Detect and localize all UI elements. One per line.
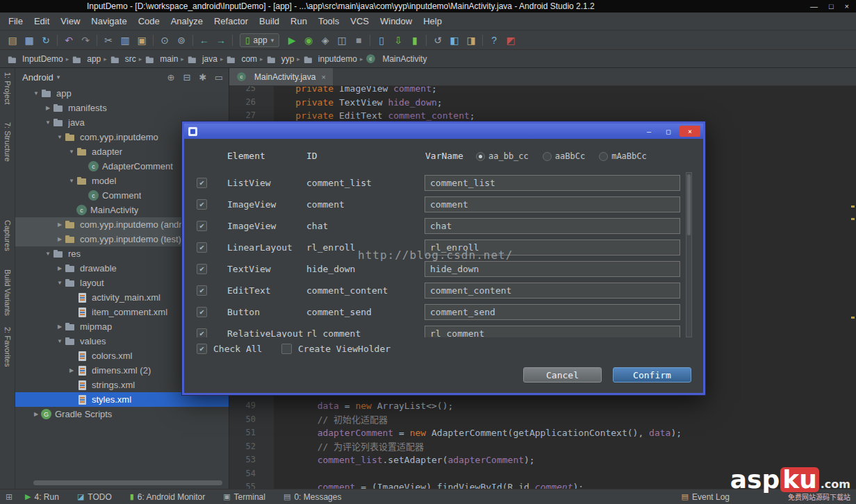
- menu-item-tools[interactable]: Tools: [313, 16, 345, 26]
- help-icon[interactable]: ?: [486, 33, 502, 48]
- breadcrumb-item-inputdemo[interactable]: inputdemo: [303, 54, 357, 64]
- confirm-button[interactable]: Confirm: [613, 367, 691, 383]
- tool-tab-structure[interactable]: 7: Structure: [3, 122, 12, 162]
- scrollbar-thumb[interactable]: [687, 174, 691, 235]
- radio-maabbcc[interactable]: mAaBbCc: [599, 151, 647, 161]
- varname-input[interactable]: comment_content: [425, 283, 680, 299]
- breadcrumb-item-mainactivity[interactable]: cMainActivity: [365, 53, 427, 64]
- dialog-minimize-button[interactable]: —: [641, 126, 657, 137]
- copy-icon[interactable]: ▥: [117, 33, 133, 48]
- create-viewholder-checkbox[interactable]: [281, 344, 292, 354]
- project-view-selector[interactable]: Android: [22, 72, 54, 83]
- close-button[interactable]: ×: [845, 2, 849, 10]
- breadcrumb-item-com[interactable]: com: [226, 54, 257, 64]
- collapse-all-icon[interactable]: ⊟: [181, 72, 192, 83]
- menu-item-refactor[interactable]: Refactor: [208, 16, 254, 26]
- row-checkbox[interactable]: ✔: [197, 264, 207, 274]
- row-checkbox[interactable]: ✔: [197, 328, 207, 337]
- save-icon[interactable]: ▦: [21, 33, 38, 48]
- maximize-button[interactable]: □: [829, 2, 834, 10]
- tool-tab-build-variants[interactable]: Build Variants: [3, 269, 12, 316]
- locate-icon[interactable]: ⊕: [165, 72, 176, 83]
- row-checkbox[interactable]: ✔: [197, 221, 207, 231]
- menu-item-view[interactable]: View: [55, 16, 85, 26]
- back-icon[interactable]: ←: [196, 33, 213, 48]
- breadcrumb-item-java[interactable]: java: [187, 54, 217, 64]
- status-event-log[interactable]: ▤Event Log: [682, 492, 730, 502]
- check-all-checkbox[interactable]: ✔: [197, 344, 207, 354]
- sdk-manager-icon[interactable]: ⇩: [390, 33, 406, 48]
- status-todo[interactable]: ◪TODO: [77, 492, 112, 502]
- close-tab-icon[interactable]: ×: [321, 73, 325, 81]
- row-checkbox[interactable]: ✔: [197, 199, 207, 210]
- paste-icon[interactable]: ▣: [133, 33, 150, 48]
- tool-tab-favorites[interactable]: 2: Favorites: [3, 327, 12, 367]
- coverage-icon[interactable]: ◈: [317, 33, 334, 48]
- tree-item-gradle-scripts[interactable]: ▶GGradle Scripts: [15, 407, 229, 421]
- row-checkbox[interactable]: ✔: [197, 285, 207, 296]
- varname-input[interactable]: comment_list: [425, 175, 680, 191]
- menu-item-navigate[interactable]: Navigate: [85, 16, 132, 26]
- status-messages[interactable]: ▤0: Messages: [283, 492, 341, 502]
- run-config-select[interactable]: ▯ app ▾: [240, 33, 279, 47]
- error-stripe-mark[interactable]: [851, 205, 855, 208]
- menu-item-window[interactable]: Window: [374, 16, 418, 26]
- menu-item-build[interactable]: Build: [254, 16, 285, 26]
- breadcrumb-item-main[interactable]: main: [145, 54, 178, 64]
- breadcrumb-item-inputdemo[interactable]: InputDemo: [7, 54, 63, 64]
- status-run[interactable]: ▶4: Run: [25, 492, 59, 502]
- dialog-title-bar[interactable]: —□×: [184, 124, 703, 139]
- tool-tab-captures[interactable]: Captures: [3, 220, 12, 251]
- dialog-scrollbar[interactable]: [686, 172, 692, 337]
- cancel-button[interactable]: Cancel: [523, 367, 602, 383]
- redo-icon[interactable]: ↷: [77, 33, 94, 48]
- breadcrumb-item-src[interactable]: src: [110, 54, 136, 64]
- breadcrumb-item-app[interactable]: app: [72, 54, 101, 64]
- avd-manager-icon[interactable]: ▯: [373, 33, 390, 48]
- editor-tab-mainactivity[interactable]: c MainActivity.java ×: [229, 68, 333, 85]
- attach-debugger-icon[interactable]: ◫: [334, 33, 350, 48]
- cut-icon[interactable]: ✂: [100, 33, 117, 48]
- menu-item-run[interactable]: Run: [285, 16, 313, 26]
- menu-item-file[interactable]: File: [3, 16, 28, 26]
- error-stripe-mark[interactable]: [851, 317, 855, 319]
- dialog-close-button[interactable]: ×: [680, 126, 700, 137]
- radio-aa-bb-cc[interactable]: aa_bb_cc: [476, 151, 529, 161]
- dialog-maximize-button[interactable]: □: [660, 126, 677, 137]
- varname-input[interactable]: comment: [425, 196, 680, 212]
- build-variants-icon[interactable]: ◧: [446, 33, 463, 48]
- breadcrumb-item-yyp[interactable]: yyp: [266, 54, 295, 64]
- row-checkbox[interactable]: ✔: [197, 178, 207, 188]
- varname-input[interactable]: rl_comment: [425, 326, 680, 337]
- settings-icon[interactable]: ◩: [502, 33, 519, 48]
- toolwindow-switcher-icon[interactable]: ⊞: [6, 492, 13, 502]
- stop-icon[interactable]: ■: [350, 33, 367, 48]
- error-stripe-mark[interactable]: [851, 218, 855, 220]
- minimize-button[interactable]: —: [810, 2, 818, 10]
- status-android-monitor[interactable]: ▮6: Android Monitor: [130, 492, 205, 502]
- menu-item-code[interactable]: Code: [133, 16, 165, 26]
- varname-input[interactable]: comment_send: [425, 304, 680, 320]
- replace-icon[interactable]: ⊚: [173, 33, 190, 48]
- menu-item-help[interactable]: Help: [418, 16, 447, 26]
- menu-item-edit[interactable]: Edit: [28, 16, 55, 26]
- forward-icon[interactable]: →: [213, 33, 229, 48]
- radio-aabbcc[interactable]: aaBbCc: [543, 151, 585, 161]
- android-monitor-icon[interactable]: ▮: [406, 33, 423, 48]
- sync-icon[interactable]: ↻: [38, 33, 54, 48]
- open-icon[interactable]: ▤: [4, 33, 21, 48]
- menu-item-vcs[interactable]: VCS: [345, 16, 374, 26]
- debug-icon[interactable]: ◉: [300, 33, 317, 48]
- hide-panel-icon[interactable]: ▭: [213, 72, 224, 83]
- tool-tab-project[interactable]: 1: Project: [3, 72, 12, 104]
- row-checkbox[interactable]: ✔: [197, 307, 207, 317]
- varname-input[interactable]: chat: [425, 218, 680, 234]
- tree-item-manifests[interactable]: ▶manifests: [15, 101, 229, 115]
- project-structure-icon[interactable]: ◨: [463, 33, 479, 48]
- row-checkbox[interactable]: ✔: [197, 242, 207, 253]
- horizontal-scrollbar[interactable]: [33, 480, 222, 485]
- settings-gear-icon[interactable]: ✱: [197, 72, 208, 83]
- find-icon[interactable]: ⊙: [156, 33, 173, 48]
- tree-item-app[interactable]: ▼app: [15, 86, 229, 101]
- menu-item-analyze[interactable]: Analyze: [165, 16, 208, 26]
